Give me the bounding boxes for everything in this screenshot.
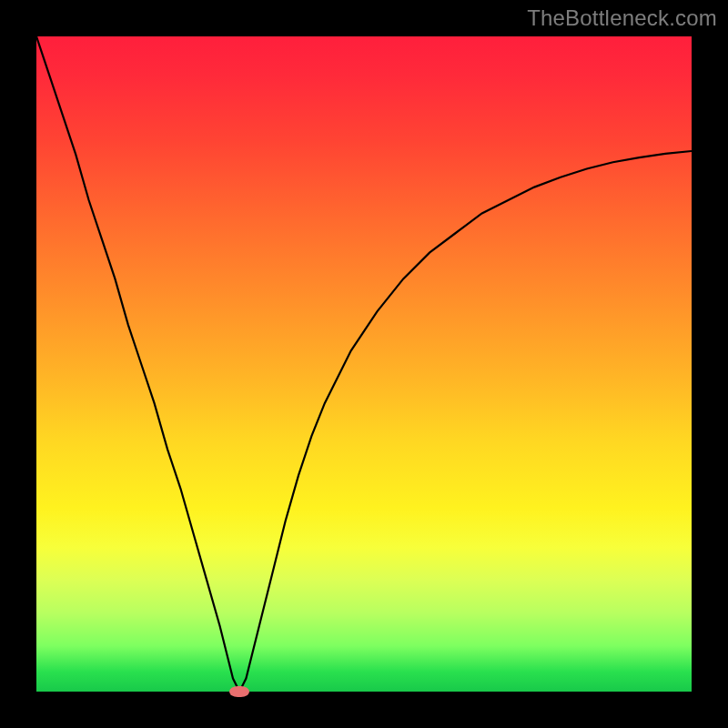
watermark-text: TheBottleneck.com: [527, 5, 717, 31]
curve-svg: [36, 36, 692, 692]
outer-frame: TheBottleneck.com: [0, 0, 728, 728]
plot-area: [36, 36, 692, 692]
bottleneck-curve: [36, 36, 692, 692]
min-marker: [229, 686, 249, 697]
